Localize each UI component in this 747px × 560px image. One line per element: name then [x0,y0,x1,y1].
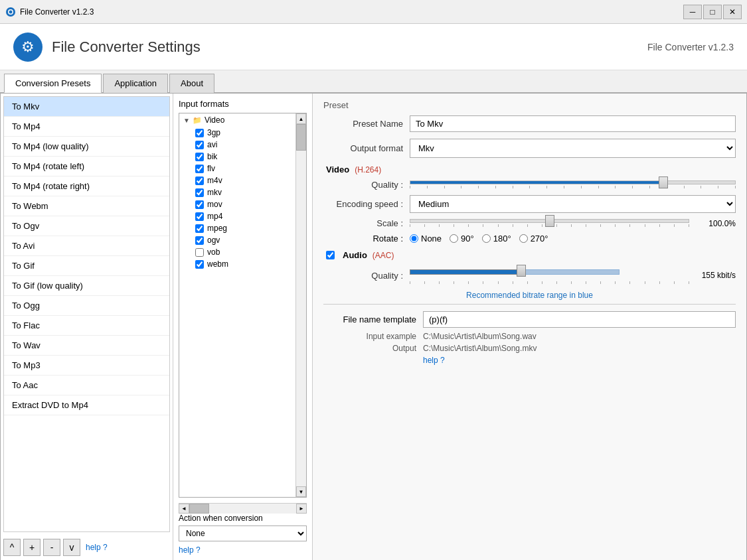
audio-quality-thumb[interactable] [517,265,526,277]
preset-item-to-aac[interactable]: To Aac [4,376,169,395]
tree-item-avi[interactable]: avi [179,139,295,151]
scroll-thumb[interactable] [296,124,306,151]
file-template-input[interactable] [423,311,736,328]
tree-item-mkv[interactable]: mkv [179,186,295,198]
preset-item-to-mkv[interactable]: To Mkv [4,97,169,117]
encoding-speed-select[interactable]: Slow Medium Fast Very Fast [410,195,736,213]
preset-item-to-gif[interactable]: To Gif [4,256,169,276]
output-format-select[interactable]: Mkv Mp4 Avi Wmv Webm Ogv [410,139,736,158]
tree-item-bik[interactable]: bik [179,151,295,163]
audio-enable-checkbox[interactable] [326,251,335,259]
tree-arrow-icon: ▼ [183,117,190,124]
rotate-label: Rotate : [323,234,410,244]
tree-item-ogv[interactable]: ogv [179,234,295,246]
checkbox-ogv[interactable] [195,236,204,245]
preset-item-to-mp4-rotate-left[interactable]: To Mp4 (rotate left) [4,157,169,176]
preset-item-to-mp4-rotate-right[interactable]: To Mp4 (rotate right) [4,176,169,196]
preset-section-label: Preset [323,100,736,110]
preset-item-to-wav[interactable]: To Wav [4,336,169,356]
scroll-down-button[interactable]: ▼ [296,486,306,497]
tab-application[interactable]: Application [103,74,168,93]
checkbox-mpeg[interactable] [195,224,204,233]
tree-item-webm[interactable]: webm [179,258,295,270]
tree-item-mov[interactable]: mov [179,198,295,210]
preset-list-help-link[interactable]: help ? [86,543,108,552]
audio-quality-label: Quality : [323,271,410,281]
tree-item-mpeg[interactable]: mpeg [179,222,295,234]
tree-item-mp4[interactable]: mp4 [179,210,295,222]
checkbox-mov[interactable] [195,200,204,209]
close-button[interactable]: ✕ [723,5,742,19]
preset-list: To Mkv To Mp4 To Mp4 (low quality) To Mp… [3,96,170,532]
checkbox-webm[interactable] [195,260,204,269]
rotate-180-option[interactable]: 180° [482,234,511,244]
preset-list-panel: To Mkv To Mp4 To Mp4 (low quality) To Mp… [1,94,173,560]
scale-thumb[interactable] [545,215,554,227]
audio-quality-slider[interactable] [410,265,689,285]
scroll-up-button[interactable]: ▲ [296,113,306,124]
checkbox-vob[interactable] [195,248,204,257]
preset-item-to-mp4[interactable]: To Mp4 [4,117,169,137]
checkbox-mkv[interactable] [195,188,204,197]
tree-item-m4v[interactable]: m4v [179,175,295,186]
label-mkv: mkv [207,188,222,197]
preset-item-to-avi[interactable]: To Avi [4,236,169,256]
remove-preset-button[interactable]: - [43,539,60,556]
action-help-link[interactable]: help ? [179,545,307,555]
preset-item-to-mp4-low[interactable]: To Mp4 (low quality) [4,137,169,157]
template-help-link[interactable]: help ? [423,356,445,365]
label-ogv: ogv [207,236,220,245]
video-quality-slider[interactable] [410,180,736,190]
preset-item-to-webm[interactable]: To Webm [4,196,169,216]
tree-item-vob[interactable]: vob [179,246,295,258]
rotate-none-option[interactable]: None [410,234,442,244]
format-tree-hscrollbar[interactable]: ◄ ► [179,503,307,514]
checkbox-avi[interactable] [195,141,204,149]
app-icon [5,7,16,17]
rotate-radio-group: None 90° 180° 270° [410,234,548,244]
checkbox-m4v[interactable] [195,176,204,185]
title-bar-controls: ─ □ ✕ [683,5,742,19]
tree-root-video[interactable]: ▼ 📁 Video [179,113,295,127]
rotate-none-radio[interactable] [410,234,418,243]
format-tree-scrollbar[interactable]: ▲ ▼ [295,113,306,497]
preset-item-extract-dvd[interactable]: Extract DVD to Mp4 [4,395,169,415]
video-quality-thumb[interactable] [659,176,668,188]
video-quality-ticks [410,184,736,190]
preset-item-to-gif-low[interactable]: To Gif (low quality) [4,276,169,296]
label-vob: vob [207,247,220,257]
checkbox-mp4[interactable] [195,212,204,221]
preset-name-input[interactable] [410,115,736,132]
rotate-90-option[interactable]: 90° [450,234,474,244]
add-preset-button[interactable]: + [23,539,41,556]
checkbox-flv[interactable] [195,165,204,173]
checkbox-3gp[interactable] [195,129,204,137]
preset-item-to-ogg[interactable]: To Ogg [4,296,169,316]
tree-item-flv[interactable]: flv [179,163,295,175]
rotate-90-radio[interactable] [450,234,458,243]
preset-item-to-flac[interactable]: To Flac [4,316,169,336]
header: ⚙ File Converter Settings File Converter… [0,24,747,70]
input-example-label: Input example [323,332,423,341]
hscroll-thumb[interactable] [189,504,209,514]
preset-item-to-ogv[interactable]: To Ogv [4,216,169,236]
file-template-label: File name template [323,315,423,324]
preset-item-to-mp3[interactable]: To Mp3 [4,356,169,376]
move-down-button[interactable]: v [63,539,80,556]
hscroll-right-button[interactable]: ► [296,504,307,514]
maximize-button[interactable]: □ [703,5,722,19]
tab-conversion-presets[interactable]: Conversion Presets [4,74,102,93]
scale-slider[interactable] [410,219,689,228]
hscroll-left-button[interactable]: ◄ [179,504,189,514]
settings-panel: Preset Preset Name Output format Mkv Mp4… [313,94,746,560]
move-up-button[interactable]: ^ [3,539,21,556]
action-select[interactable]: None Move Copy Delete [179,525,307,541]
tab-about[interactable]: About [169,74,214,93]
minimize-button[interactable]: ─ [683,5,702,19]
rotate-270-radio[interactable] [519,234,528,243]
format-tree: ▼ 📁 Video 3gp avi bik f [179,113,295,497]
checkbox-bik[interactable] [195,153,204,161]
rotate-180-radio[interactable] [482,234,491,243]
tree-item-3gp[interactable]: 3gp [179,127,295,139]
rotate-270-option[interactable]: 270° [519,234,548,244]
